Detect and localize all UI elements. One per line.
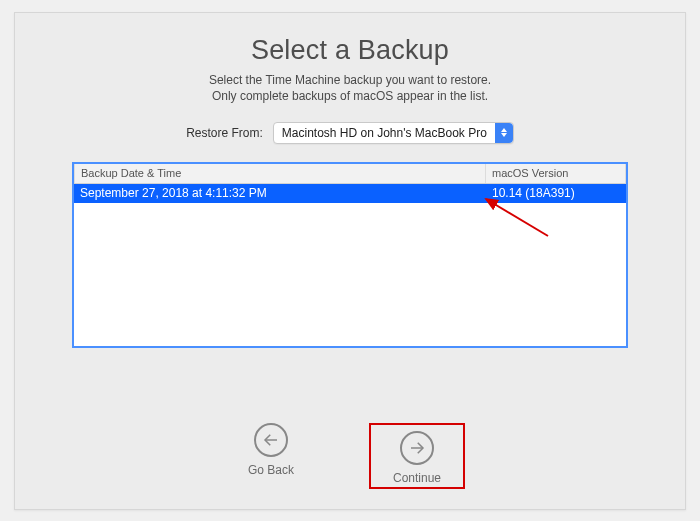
page-subtitle: Select the Time Machine backup you want …: [15, 72, 685, 104]
subtitle-line2: Only complete backups of macOS appear in…: [212, 89, 488, 103]
cell-version: 10.14 (18A391): [486, 184, 626, 203]
go-back-button[interactable]: Go Back: [235, 423, 307, 489]
restore-from-value: Macintosh HD on John's MacBook Pro: [282, 126, 495, 140]
backup-list[interactable]: Backup Date & Time macOS Version Septemb…: [72, 162, 628, 348]
cell-datetime: September 27, 2018 at 4:11:32 PM: [74, 184, 486, 203]
table-row[interactable]: September 27, 2018 at 4:11:32 PM 10.14 (…: [74, 184, 626, 203]
backup-list-header: Backup Date & Time macOS Version: [74, 164, 626, 184]
arrow-left-icon: [254, 423, 288, 457]
arrow-right-icon: [400, 431, 434, 465]
column-header-datetime[interactable]: Backup Date & Time: [74, 164, 486, 183]
restore-from-row: Restore From: Macintosh HD on John's Mac…: [15, 122, 685, 144]
continue-label: Continue: [393, 471, 441, 485]
select-backup-panel: Select a Backup Select the Time Machine …: [14, 12, 686, 510]
subtitle-line1: Select the Time Machine backup you want …: [209, 73, 491, 87]
go-back-label: Go Back: [248, 463, 294, 477]
page-title: Select a Backup: [15, 35, 685, 66]
restore-from-select[interactable]: Macintosh HD on John's MacBook Pro: [273, 122, 514, 144]
restore-from-label: Restore From:: [186, 126, 263, 140]
continue-highlight: Continue: [369, 423, 465, 489]
footer-nav: Go Back Continue: [15, 423, 685, 489]
svg-line-0: [486, 199, 548, 236]
column-header-version[interactable]: macOS Version: [486, 164, 626, 183]
continue-button[interactable]: Continue: [381, 431, 453, 485]
select-arrows-icon: [495, 123, 513, 143]
